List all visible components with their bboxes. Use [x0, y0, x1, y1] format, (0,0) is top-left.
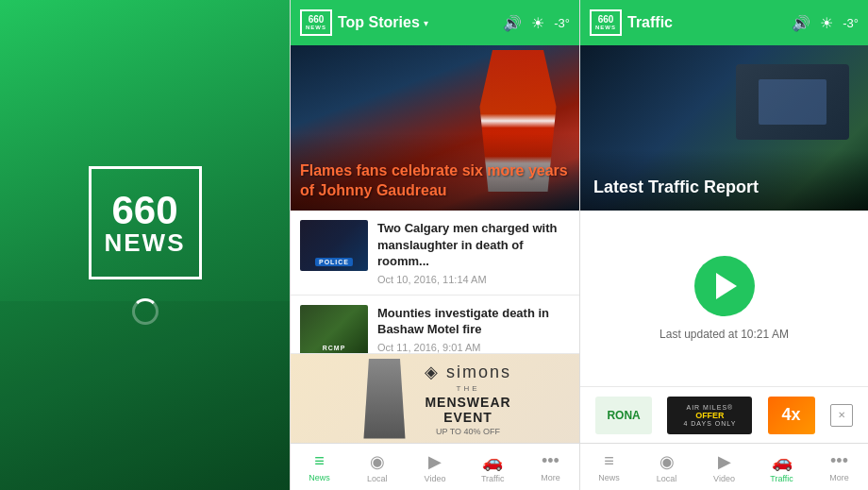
nav-news-icon: ≡: [314, 451, 325, 471]
volume-icon[interactable]: 🔊: [503, 14, 522, 32]
hero-story[interactable]: Flames fans celebrate six more years of …: [291, 45, 579, 211]
traffic-nav-more[interactable]: ••• More: [810, 444, 868, 490]
news-header: 660 NEWS Top Stories ▾ 🔊 ☀ -3°: [291, 0, 579, 45]
spinner-arc: [132, 298, 159, 325]
traffic-hero-title: Latest Traffic Report: [593, 177, 855, 197]
traffic-nav-traffic-label: Traffic: [770, 474, 793, 483]
nav-video-label: Video: [425, 474, 446, 483]
4x-ad: 4x: [768, 397, 815, 434]
traffic-nav-local-label: Local: [657, 474, 677, 483]
traffic-temperature: -3°: [843, 16, 859, 30]
hero-overlay: Flames fans celebrate six more years of …: [291, 133, 579, 211]
traffic-nav-traffic-icon: 🚗: [772, 451, 793, 472]
ad-subtitle: THE: [425, 384, 511, 393]
header-logo-number: 660: [309, 15, 325, 25]
header-title: Top Stories: [338, 14, 420, 31]
traffic-nav-video-label: Video: [713, 474, 735, 483]
story-meta-1: Oct 10, 2016, 11:14 AM: [377, 274, 570, 285]
temperature: -3°: [554, 16, 570, 30]
rona-ad-text: RONA: [607, 409, 640, 422]
header-title-area[interactable]: Top Stories ▾: [338, 14, 497, 31]
traffic-brightness-icon[interactable]: ☀: [820, 14, 833, 32]
traffic-hero: Latest Traffic Report: [580, 45, 868, 211]
airmiles-text: AIR MILES®: [686, 404, 733, 411]
story-meta-2: Oct 11, 2016, 9:01 AM: [377, 342, 570, 353]
traffic-nav-news[interactable]: ≡ News: [580, 444, 638, 490]
nav-news[interactable]: ≡ News: [291, 444, 348, 490]
nav-more-icon: •••: [542, 451, 559, 471]
traffic-nav-more-icon: •••: [830, 451, 848, 471]
4x-text: 4x: [782, 405, 801, 425]
traffic-nav-more-label: More: [829, 473, 849, 482]
chevron-down-icon: ▾: [424, 18, 428, 28]
nav-more-label: More: [541, 473, 560, 482]
traffic-nav-traffic[interactable]: 🚗 Traffic: [753, 444, 810, 490]
traffic-ad[interactable]: RONA AIR MILES® OFFER 4 DAYS ONLY 4x ✕: [580, 386, 868, 443]
nav-traffic-icon: 🚗: [482, 451, 503, 472]
ad-offer: UP TO 40% OFF: [425, 427, 511, 436]
loading-spinner: [132, 298, 159, 325]
traffic-nav-local-icon: ◉: [659, 451, 675, 472]
hero-headline: Flames fans celebrate six more years of …: [300, 161, 570, 201]
traffic-nav-video[interactable]: ▶ Video: [695, 444, 753, 490]
news-bottom-nav: ≡ News ◉ Local ▶ Video 🚗 Traffic ••• Mor…: [291, 443, 579, 490]
nav-local[interactable]: ◉ Local: [348, 444, 406, 490]
nav-news-label: News: [309, 473, 330, 482]
news-panel: 660 NEWS Top Stories ▾ 🔊 ☀ -3° Flames fa…: [290, 0, 579, 490]
logo-box: 660 NEWS: [89, 166, 202, 279]
story-thumbnail-2: [300, 305, 368, 353]
traffic-content: Last updated at 10:21 AM: [580, 211, 868, 386]
nav-local-label: Local: [367, 474, 388, 483]
brightness-icon[interactable]: ☀: [531, 14, 544, 32]
header-icons: 🔊 ☀ -3°: [503, 14, 570, 32]
header-logo-text: NEWS: [306, 25, 326, 30]
simons-ad: ◈ simons THE MENSWEAR EVENT UP TO 40% OF…: [291, 354, 579, 443]
traffic-nav-news-label: News: [598, 473, 620, 482]
ad-event: MENSWEAR: [425, 395, 511, 410]
airmiles-ad: AIR MILES® OFFER 4 DAYS ONLY: [667, 397, 752, 434]
traffic-logo-text: NEWS: [595, 25, 616, 30]
traffic-bottom-nav: ≡ News ◉ Local ▶ Video 🚗 Traffic ••• Mor…: [580, 443, 868, 490]
splash-panel: 660 NEWS: [0, 0, 290, 490]
nav-local-icon: ◉: [370, 451, 385, 472]
traffic-title: Traffic: [627, 14, 786, 31]
traffic-volume-icon[interactable]: 🔊: [792, 14, 810, 32]
nav-traffic[interactable]: 🚗 Traffic: [464, 444, 522, 490]
play-triangle-icon: [716, 273, 737, 299]
traffic-updated: Last updated at 10:21 AM: [659, 328, 789, 341]
story-item-1[interactable]: Two Calgary men charged with manslaughte…: [291, 211, 579, 296]
story-list: Two Calgary men charged with manslaughte…: [291, 211, 579, 353]
nav-more[interactable]: ••• More: [522, 444, 579, 490]
rona-ad: RONA: [595, 397, 652, 434]
ad-event2: EVENT: [425, 410, 511, 425]
ad-brand-icon: ◈: [425, 363, 446, 381]
ad-brand: ◈ simons: [425, 362, 511, 382]
story-content-2: Mounties investigate death in Bashaw Mot…: [377, 305, 570, 353]
ad-text: ◈ simons THE MENSWEAR EVENT UP TO 40% OF…: [425, 362, 511, 436]
ad-close-icon[interactable]: ✕: [838, 410, 845, 420]
airmiles-days: 4 DAYS ONLY: [683, 420, 736, 427]
ad-banner[interactable]: ◈ simons THE MENSWEAR EVENT UP TO 40% OF…: [291, 353, 579, 443]
airmiles-offer: OFFER: [695, 411, 725, 420]
story-thumbnail-1: [300, 220, 368, 271]
story-item-2[interactable]: Mounties investigate death in Bashaw Mot…: [291, 296, 579, 353]
play-button[interactable]: [694, 256, 755, 316]
traffic-panel: 660 NEWS Traffic 🔊 ☀ -3° Latest Traffic …: [579, 0, 868, 490]
story-headline-2: Mounties investigate death in Bashaw Mot…: [377, 305, 570, 338]
traffic-header-logo: 660 NEWS: [590, 9, 622, 36]
nav-video-icon: ▶: [428, 451, 442, 472]
traffic-hero-overlay: Latest Traffic Report: [580, 149, 868, 211]
traffic-header: 660 NEWS Traffic 🔊 ☀ -3°: [580, 0, 868, 45]
nav-video[interactable]: ▶ Video: [406, 444, 463, 490]
story-headline-1: Two Calgary men charged with manslaughte…: [377, 220, 570, 270]
ad-figure: [359, 359, 410, 439]
header-logo: 660 NEWS: [300, 9, 332, 36]
traffic-logo-number: 660: [598, 15, 614, 25]
story-content-1: Two Calgary men charged with manslaughte…: [377, 220, 570, 285]
traffic-nav-video-icon: ▶: [718, 451, 731, 472]
traffic-nav-local[interactable]: ◉ Local: [638, 444, 695, 490]
traffic-header-icons: 🔊 ☀ -3°: [792, 14, 859, 32]
logo-number: 660: [111, 191, 177, 230]
nav-traffic-label: Traffic: [481, 474, 505, 483]
logo-text: NEWS: [105, 230, 186, 255]
